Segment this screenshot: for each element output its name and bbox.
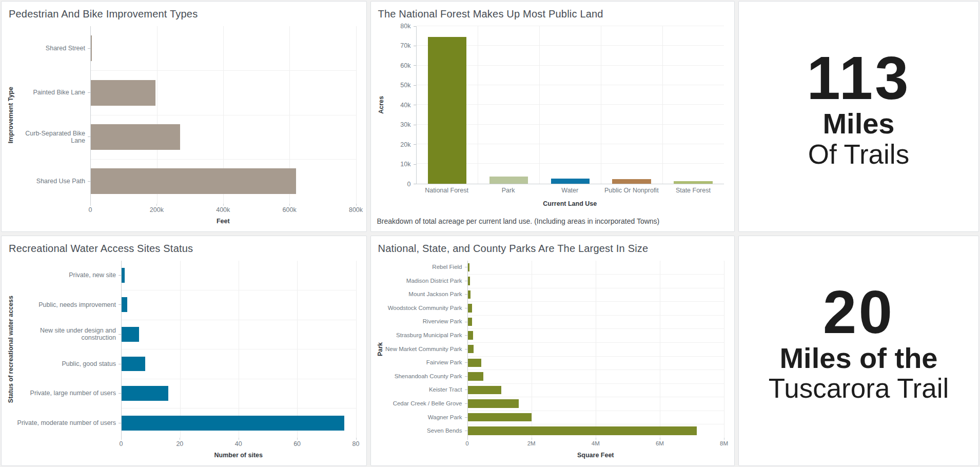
category-label-public-needs-improvement: Public, needs improvement (16, 290, 121, 320)
bar-rebel-field[interactable] (468, 263, 470, 271)
x-axis: 0200k400k600k800k (90, 204, 356, 216)
water-access-chart: Status of recreational water accessPriva… (2, 257, 366, 466)
axis-tick-mark (156, 204, 157, 206)
bar-seven-bends[interactable] (468, 426, 697, 435)
bar-cedar-creek-belle-grove[interactable] (468, 399, 519, 407)
axis-tick-text: 30k (400, 121, 410, 128)
axis-tick-mark (180, 438, 180, 440)
bar-chart-parks-size: ParkRebel FieldMadison District ParkMoun… (375, 261, 724, 461)
gridline (356, 26, 357, 204)
bar-row-shenandoah-county-park (468, 369, 724, 383)
axis-tick-label: 4M (592, 440, 600, 446)
bar-row-woodstock-community-park (468, 301, 724, 315)
axis-tick-label: 60k (400, 62, 416, 69)
axis-tick-text: 60k (400, 62, 410, 69)
category-label-text: Shared Street (46, 45, 85, 52)
axis-tick-label: 40 (235, 440, 242, 447)
bar-private-moderate-number-of-users[interactable] (122, 416, 344, 431)
parks-size-chart: ParkRebel FieldMadison District ParkMoun… (371, 257, 735, 466)
y-axis-title: Park (377, 342, 384, 356)
category-label-park: Park (478, 187, 539, 197)
x-axis-category-labels: National ForestParkWaterPublic Or Nonpro… (416, 184, 724, 197)
bar-park[interactable] (489, 177, 528, 183)
axis-tick-mark (356, 204, 357, 206)
category-label-text: Shared Use Path (36, 178, 85, 185)
kpi-unit-label: Miles (822, 109, 894, 139)
public-land-chart: Acres010k20k30k40k50k60k70k80kNational F… (371, 22, 735, 231)
bar-row-curb-separated-bike-lane (91, 115, 356, 159)
bar-national-forest[interactable] (428, 37, 467, 183)
x-axis-title-row: Square Feet (467, 450, 724, 460)
axis-tick-label: 0 (407, 181, 416, 188)
category-label-shared-use-path: Shared Use Path (16, 159, 90, 203)
category-label-text: Seven Bends (427, 427, 462, 434)
axis-tick-label: 0 (120, 440, 123, 447)
bar-curb-separated-bike-lane[interactable] (91, 124, 180, 150)
category-label-wagner-park: Wagner Park (385, 411, 467, 424)
bar-row-private-moderate-number-of-users (122, 408, 356, 438)
category-label-riverview-park: Riverview Park (385, 315, 467, 329)
axis-tick-label: 8M (720, 440, 728, 446)
category-label-seven-bends: Seven Bends (385, 424, 467, 438)
bar-new-market-community-park[interactable] (468, 345, 474, 353)
bar-painted-bike-lane[interactable] (91, 80, 155, 106)
axis-tick-mark (289, 204, 290, 206)
category-label-text: Madison District Park (406, 278, 462, 284)
axis-tick-text: 70k (400, 42, 410, 49)
bar-row-new-market-community-park (468, 342, 724, 356)
bar-wagner-park[interactable] (468, 413, 532, 421)
bar-row-riverview-park (468, 315, 724, 329)
gridline (724, 261, 724, 438)
bar-state-forest[interactable] (674, 181, 713, 184)
axis-tick-text: 20k (400, 141, 410, 148)
kpi-tuscarora-trail: 20 Miles of the Tuscarora Trail (739, 236, 978, 466)
plot-area (121, 261, 356, 438)
bar-row-private-new-site (122, 261, 356, 290)
bar-fairview-park[interactable] (468, 359, 481, 367)
bar-public-or-nonprofit[interactable] (612, 179, 651, 183)
axis-tick-label: 6M (656, 440, 664, 446)
bar-strasburg-municipal-park[interactable] (468, 331, 474, 339)
y-axis: 010k20k30k40k50k60k70k80k (387, 26, 416, 184)
category-label-new-market-community-park: New Market Community Park (385, 342, 467, 356)
bar-private-new-site[interactable] (122, 268, 125, 283)
kpi-subject-label: Of Trails (808, 139, 909, 170)
category-label-private-moderate-number-of-users: Private, moderate number of users (16, 408, 121, 438)
category-label-text: Public, good status (62, 360, 116, 367)
axis-tick-label: 600k (283, 206, 297, 213)
bar-shared-use-path[interactable] (91, 168, 296, 194)
panel-title: The National Forest Makes Up Most Public… (371, 2, 735, 22)
bar-chart-ped-bike: Improvement TypeShared StreetPainted Bik… (6, 26, 356, 226)
pedestrian-bike-chart: Improvement TypeShared StreetPainted Bik… (2, 22, 366, 231)
bar-public-good-status[interactable] (122, 357, 145, 372)
bar-woodstock-community-park[interactable] (468, 304, 473, 312)
bar-row-wagner-park (468, 411, 724, 424)
axis-tick-mark (467, 438, 468, 440)
axis-tick-mark (121, 438, 122, 440)
panel-water-access-sites: Recreational Water Access Sites Status S… (1, 236, 367, 466)
bar-keister-tract[interactable] (468, 386, 502, 394)
bar-water[interactable] (551, 179, 590, 184)
x-axis-title: Feet (217, 218, 230, 225)
y-axis-title-cell: Acres (375, 26, 387, 184)
category-label-text: Strasburg Municipal Park (396, 332, 462, 339)
bar-row-seven-bends (468, 424, 724, 438)
x-axis-title: Number of sites (214, 452, 263, 459)
category-label-fairview-park: Fairview Park (385, 356, 467, 370)
axis-tick-label: 50k (400, 82, 416, 89)
category-label-text: Cedar Creek / Belle Grove (393, 400, 462, 407)
gridline (356, 261, 357, 438)
panel-public-land: The National Forest Makes Up Most Public… (370, 1, 735, 232)
bar-mount-jackson-park[interactable] (468, 290, 471, 299)
category-label-text: Mount Jackson Park (408, 291, 462, 298)
chart-caption: Breakdown of total acreage per current l… (377, 217, 724, 225)
bar-madison-district-park[interactable] (468, 277, 471, 285)
bar-public-needs-improvement[interactable] (122, 297, 127, 312)
bar-new-site-under-design-and-construction[interactable] (122, 327, 139, 342)
bar-private-large-number-of-users[interactable] (122, 386, 168, 401)
bar-shenandoah-county-park[interactable] (468, 372, 484, 380)
category-label-text: Fairview Park (426, 359, 462, 366)
bar-shared-street[interactable] (91, 35, 92, 61)
bar-riverview-park[interactable] (468, 318, 472, 326)
plot-area (90, 26, 356, 204)
